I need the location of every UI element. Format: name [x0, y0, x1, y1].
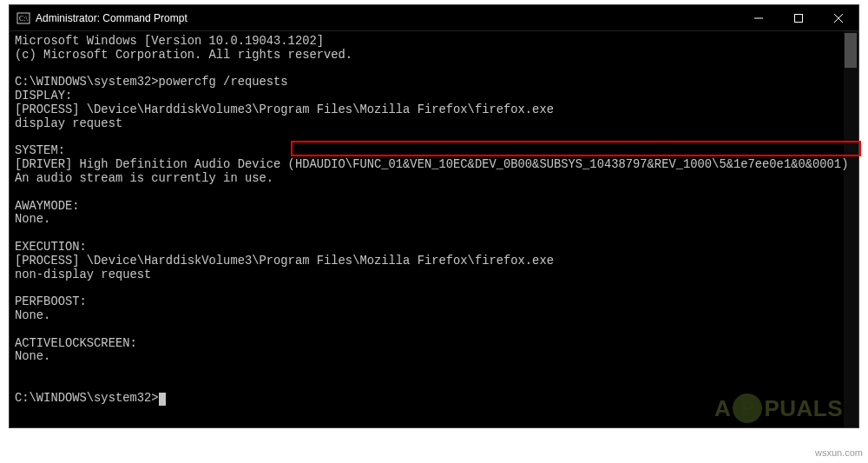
terminal-output[interactable]: Microsoft Windows [Version 10.0.19043.12…	[10, 31, 858, 427]
close-button[interactable]	[819, 5, 858, 31]
svg-rect-3	[795, 14, 803, 22]
prompt-command: C:\WINDOWS\system32>powercfg /requests	[15, 76, 288, 89]
cmd-icon: C:\	[16, 11, 30, 25]
execution-process: [PROCESS] \Device\HarddiskVolume3\Progra…	[15, 255, 554, 268]
prompt-idle: C:\WINDOWS\system32>	[15, 392, 159, 405]
execution-header: EXECUTION:	[15, 241, 87, 254]
activelockscreen-none: None.	[15, 350, 50, 363]
minimize-icon	[754, 14, 763, 23]
copyright-line: (c) Microsoft Corporation. All rights re…	[15, 49, 352, 62]
cursor	[159, 393, 166, 406]
close-icon	[834, 14, 843, 23]
watermark-pre: A	[714, 395, 731, 422]
awaymode-none: None.	[15, 213, 50, 226]
window-title: Administrator: Command Prompt	[36, 12, 187, 24]
display-header: DISPLAY:	[15, 89, 72, 103]
display-request: display request	[15, 117, 122, 130]
watermark-icon: P	[733, 394, 762, 423]
command-prompt-window: C:\ Administrator: Command Prompt Micros…	[9, 4, 859, 428]
source-footer: wsxun.com	[815, 447, 863, 458]
version-line: Microsoft Windows [Version 10.0.19043.12…	[15, 35, 324, 48]
maximize-icon	[794, 14, 803, 23]
watermark: A P PUALS	[714, 394, 843, 423]
minimize-button[interactable]	[739, 5, 779, 31]
awaymode-header: AWAYMODE:	[15, 200, 80, 213]
system-header: SYSTEM:	[15, 144, 65, 157]
titlebar[interactable]: C:\ Administrator: Command Prompt	[10, 5, 858, 31]
activelockscreen-header: ACTIVELOCKSCREEN:	[15, 337, 137, 350]
svg-text:C:\: C:\	[19, 15, 29, 23]
display-process: [PROCESS] \Device\HarddiskVolume3\Progra…	[15, 103, 554, 116]
maximize-button[interactable]	[779, 5, 819, 31]
execution-request: non-display request	[15, 268, 151, 281]
perfboost-header: PERFBOOST:	[15, 295, 87, 308]
perfboost-none: None.	[15, 309, 50, 322]
watermark-post: PUALS	[764, 395, 843, 422]
system-driver-line: [DRIVER] High Definition Audio Device (H…	[15, 158, 848, 171]
system-message: An audio stream is currently in use.	[15, 172, 273, 185]
